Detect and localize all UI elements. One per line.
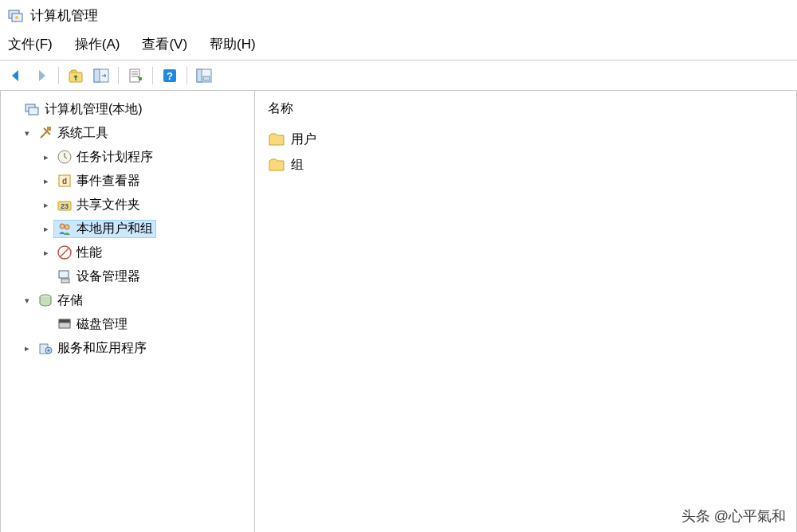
toolbar: ?	[0, 61, 797, 91]
svg-rect-24	[61, 279, 69, 283]
tree-system-tools[interactable]: ▾ 系统工具	[4, 121, 251, 145]
watermark: 头条 @心平氣和	[681, 507, 786, 526]
svg-rect-6	[130, 69, 139, 82]
tree-storage[interactable]: ▾ 存储	[4, 288, 251, 312]
chevron-down-icon[interactable]: ▾	[20, 128, 34, 139]
tree-disk-mgmt[interactable]: 磁盘管理	[4, 312, 251, 336]
svg-rect-27	[59, 319, 70, 323]
content: 计算机管理(本地) ▾ 系统工具 ▸ 任务计划程序 ▸	[0, 91, 797, 532]
chevron-right-icon[interactable]: ▸	[39, 176, 53, 186]
forward-button[interactable]	[30, 65, 53, 87]
svg-point-20	[60, 224, 65, 229]
svg-text:d: d	[62, 177, 67, 186]
tools-icon	[37, 125, 53, 141]
tree-services-apps[interactable]: ▸ 服务和应用程序	[4, 336, 251, 360]
performance-icon	[57, 244, 73, 260]
tree-label: 服务和应用程序	[57, 340, 147, 357]
tree-label: 性能	[77, 244, 102, 261]
list-item-groups[interactable]: 组	[263, 152, 788, 178]
toolbar-separator	[186, 67, 187, 84]
svg-rect-14	[47, 127, 51, 131]
menu-action[interactable]: 操作(A)	[75, 35, 120, 55]
services-icon	[37, 340, 53, 356]
list-item-label: 用户	[291, 131, 316, 148]
tree-local-users-groups[interactable]: ▸ 本地用户和组	[4, 217, 251, 241]
tile-button[interactable]	[193, 65, 215, 87]
tree-task-scheduler[interactable]: ▸ 任务计划程序	[4, 145, 251, 169]
svg-rect-13	[29, 108, 38, 115]
svg-point-30	[48, 350, 50, 352]
chevron-right-icon[interactable]: ▸	[39, 152, 53, 162]
svg-text:?: ?	[167, 70, 173, 82]
tree-pane[interactable]: 计算机管理(本地) ▾ 系统工具 ▸ 任务计划程序 ▸	[0, 91, 255, 532]
users-icon	[57, 221, 73, 237]
app-icon	[8, 7, 24, 23]
svg-rect-11	[203, 76, 210, 80]
svg-rect-10	[197, 69, 202, 82]
chevron-down-icon[interactable]: ▾	[20, 295, 34, 306]
tree-performance[interactable]: ▸ 性能	[4, 241, 251, 264]
window-title: 计算机管理	[30, 6, 98, 25]
folder-icon	[268, 157, 285, 173]
menubar: 文件(F) 操作(A) 查看(V) 帮助(H)	[0, 30, 797, 61]
tree-shared-folders[interactable]: ▸ 23 共享文件夹	[4, 193, 251, 217]
toolbar-separator	[58, 67, 59, 84]
tree-device-manager[interactable]: 设备管理器	[4, 264, 251, 288]
tree-label: 共享文件夹	[77, 197, 140, 213]
menu-help[interactable]: 帮助(H)	[210, 35, 256, 55]
svg-rect-23	[59, 271, 69, 278]
svg-rect-5	[94, 69, 100, 82]
folder-icon	[268, 131, 285, 147]
tree-label: 本地用户和组	[77, 221, 153, 237]
computer-mgmt-icon	[25, 101, 41, 117]
svg-point-2	[15, 16, 18, 19]
tree-root[interactable]: 计算机管理(本地)	[4, 97, 251, 121]
list-item-label: 组	[291, 157, 304, 174]
event-icon: d	[57, 173, 73, 189]
up-button[interactable]	[65, 65, 87, 87]
tree-event-viewer[interactable]: ▸ d 事件查看器	[4, 169, 251, 193]
help-button[interactable]: ?	[159, 65, 181, 87]
menu-file[interactable]: 文件(F)	[8, 35, 53, 55]
tree-label: 存储	[57, 292, 83, 309]
tree-label: 事件查看器	[77, 173, 140, 190]
list-pane[interactable]: 名称 用户 组	[255, 91, 797, 532]
chevron-right-icon[interactable]: ▸	[39, 224, 53, 234]
storage-icon	[37, 292, 53, 308]
toolbar-separator	[118, 67, 119, 84]
clock-icon	[57, 149, 73, 165]
menu-view[interactable]: 查看(V)	[142, 35, 187, 55]
tree-label: 系统工具	[57, 125, 108, 142]
tree-label: 任务计划程序	[77, 149, 153, 166]
back-button[interactable]	[5, 65, 27, 87]
toolbar-separator	[152, 67, 153, 84]
tree-label: 计算机管理(本地)	[45, 101, 143, 118]
svg-text:23: 23	[61, 202, 69, 210]
shared-folder-icon: 23	[57, 197, 73, 213]
tree-label: 磁盘管理	[77, 316, 128, 333]
show-hide-button[interactable]	[90, 65, 112, 87]
column-header-name[interactable]: 名称	[263, 97, 788, 120]
svg-point-21	[65, 225, 69, 229]
disk-icon	[57, 316, 73, 332]
export-button[interactable]	[124, 65, 147, 87]
tree-label: 设备管理器	[77, 268, 140, 285]
chevron-right-icon[interactable]: ▸	[39, 200, 53, 210]
device-icon	[57, 268, 73, 284]
titlebar: 计算机管理	[0, 0, 797, 30]
chevron-right-icon[interactable]: ▸	[39, 248, 53, 258]
chevron-right-icon[interactable]: ▸	[20, 343, 34, 354]
list-item-users[interactable]: 用户	[263, 127, 788, 152]
